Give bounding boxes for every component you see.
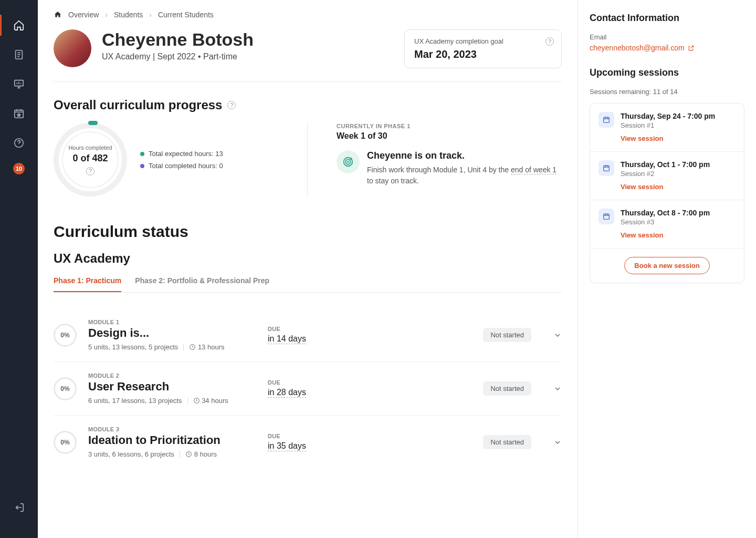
completion-goal-card: UX Academy completion goal Mar 20, 2023 … <box>404 29 562 68</box>
module-row[interactable]: 0% MODULE 1 Design is... 5 units, 13 les… <box>54 308 562 362</box>
session-item: Thursday, Oct 8 - 7:00 pm Session #3 Vie… <box>590 200 744 249</box>
status-badge: Not started <box>483 381 531 396</box>
calendar-icon <box>598 209 614 224</box>
track-status-title: Cheyenne is on track. <box>367 150 562 161</box>
email-label: Email <box>590 33 744 41</box>
session-item: Thursday, Oct 1 - 7:00 pm Session #2 Vie… <box>590 152 744 200</box>
help-icon[interactable]: ? <box>227 101 236 109</box>
progress-ring: Hours completed 0 of 482 ? <box>54 123 127 196</box>
nav-home[interactable] <box>0 11 38 40</box>
breadcrumb-overview[interactable]: Overview <box>68 11 99 19</box>
clock-icon <box>189 344 196 350</box>
svg-rect-11 <box>604 165 610 171</box>
calendar-star-icon <box>13 108 25 119</box>
module-pct: 0% <box>54 431 77 454</box>
student-avatar <box>54 29 91 67</box>
module-hours: 34 hours <box>193 397 228 405</box>
nav-help[interactable] <box>0 128 38 158</box>
phase-week: Week 1 of 30 <box>337 131 562 141</box>
nav-calendar[interactable] <box>0 99 38 128</box>
student-subtitle: UX Academy | Sept 2022 • Part-time <box>102 52 254 61</box>
chevron-down-icon[interactable] <box>553 385 562 393</box>
due-label: DUE <box>268 433 362 439</box>
progress-heading: Overall curriculum progress <box>54 98 222 112</box>
module-meta: 5 units, 13 lessons, 5 projects <box>88 343 178 351</box>
calendar-icon <box>598 112 614 128</box>
view-session-link[interactable]: View session <box>621 231 663 239</box>
legend-expected: Total expected hours: 13 <box>140 150 223 158</box>
sessions-list: Thursday, Sep 24 - 7:00 pm Session #1 Vi… <box>590 103 744 283</box>
module-row[interactable]: 0% MODULE 2 User Research 6 units, 17 le… <box>54 362 562 416</box>
module-pct: 0% <box>54 377 77 400</box>
sessions-heading: Upcoming sessions <box>590 67 744 78</box>
calendar-icon <box>598 160 614 176</box>
sessions-remaining: Sessions remaining: 11 of 14 <box>590 88 744 96</box>
left-sidebar: 10 <box>0 0 38 538</box>
module-label: MODULE 2 <box>88 373 256 379</box>
home-icon <box>54 11 62 19</box>
module-title: Design is... <box>88 326 256 340</box>
breadcrumb-students[interactable]: Students <box>114 11 143 19</box>
session-number: Session #2 <box>621 170 736 178</box>
contact-heading: Contact Information <box>590 13 744 24</box>
session-item: Thursday, Sep 24 - 7:00 pm Session #1 Vi… <box>590 104 744 152</box>
breadcrumb-current: Current Students <box>158 11 214 19</box>
svg-rect-10 <box>604 117 610 122</box>
module-title: User Research <box>88 380 256 394</box>
view-session-link[interactable]: View session <box>621 183 663 191</box>
svg-point-6 <box>348 161 349 162</box>
chevron-down-icon[interactable] <box>553 438 562 447</box>
presentation-icon <box>13 78 25 90</box>
phase-tabs: Phase 1: Practicum Phase 2: Portfolio & … <box>54 276 562 293</box>
view-session-link[interactable]: View session <box>621 134 663 142</box>
goal-date: Mar 20, 2023 <box>414 48 552 60</box>
status-badge: Not started <box>483 328 531 342</box>
nav-notes[interactable] <box>0 40 38 69</box>
chevron-right-icon: › <box>149 11 152 19</box>
chevron-right-icon: › <box>105 11 108 19</box>
module-title: Ideation to Prioritization <box>88 433 256 447</box>
module-row[interactable]: 0% MODULE 3 Ideation to Prioritization 3… <box>54 416 562 469</box>
session-time: Thursday, Oct 1 - 7:00 pm <box>621 160 736 169</box>
module-hours: 8 hours <box>185 450 217 458</box>
clock-icon <box>193 397 200 404</box>
module-label: MODULE 3 <box>88 426 256 432</box>
help-icon[interactable]: ? <box>545 37 554 46</box>
tab-phase-1[interactable]: Phase 1: Practicum <box>54 276 121 292</box>
nav-notification-badge[interactable]: 10 <box>13 163 25 174</box>
status-badge: Not started <box>483 435 531 449</box>
ring-value: 0 of 482 <box>72 153 108 164</box>
home-icon <box>13 19 25 31</box>
due-value: in 14 days <box>268 334 306 344</box>
nav-analytics[interactable] <box>0 69 38 99</box>
help-icon <box>13 137 25 149</box>
student-name: Cheyenne Botosh <box>102 29 254 50</box>
module-pct: 0% <box>54 324 77 347</box>
module-list: 0% MODULE 1 Design is... 5 units, 13 les… <box>54 308 562 469</box>
chevron-down-icon[interactable] <box>553 331 562 339</box>
module-meta: 6 units, 17 lessons, 13 projects <box>88 397 182 405</box>
due-value: in 28 days <box>268 388 306 398</box>
svg-rect-12 <box>604 214 610 219</box>
session-number: Session #1 <box>621 121 736 129</box>
track-status-desc: Finish work through Module 1, Unit 4 by … <box>367 164 562 187</box>
session-time: Thursday, Oct 8 - 7:00 pm <box>621 209 736 217</box>
book-session-button[interactable]: Book a new session <box>624 257 709 274</box>
breadcrumb: Overview › Students › Current Students <box>54 11 562 19</box>
due-label: DUE <box>268 379 362 386</box>
email-link[interactable]: cheyennebotosh@gmail.com <box>590 44 695 52</box>
goal-label: UX Academy completion goal <box>414 37 552 45</box>
target-icon <box>337 150 360 173</box>
due-value: in 35 days <box>268 441 306 451</box>
session-time: Thursday, Sep 24 - 7:00 pm <box>621 112 736 120</box>
tab-phase-2[interactable]: Phase 2: Portfolio & Professional Prep <box>135 276 269 292</box>
phase-label: CURRENTLY IN PHASE 1 <box>337 123 562 129</box>
logout-icon <box>13 502 25 513</box>
clock-icon <box>185 451 192 458</box>
module-label: MODULE 1 <box>88 319 256 325</box>
help-icon[interactable]: ? <box>86 167 94 175</box>
module-hours: 13 hours <box>189 343 224 351</box>
legend-completed: Total completed hours: 0 <box>140 162 223 170</box>
nav-logout[interactable] <box>0 493 38 522</box>
right-panel: Contact Information Email cheyennebotosh… <box>578 0 756 538</box>
